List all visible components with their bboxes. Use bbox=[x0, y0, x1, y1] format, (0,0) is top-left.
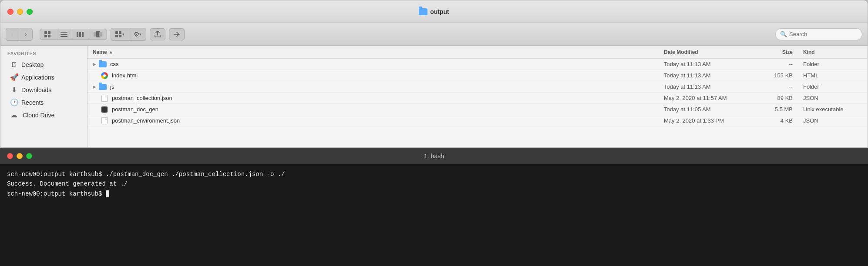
table-row[interactable]: postman_doc_gen Today at 11:05 AM 5.5 MB… bbox=[87, 104, 868, 115]
sidebar-item-downloads[interactable]: ⬇ Downloads bbox=[3, 83, 84, 96]
column-header-kind[interactable]: Kind bbox=[798, 49, 868, 55]
svg-rect-13 bbox=[115, 31, 118, 34]
file-date: Today at 11:13 AM bbox=[659, 61, 754, 67]
desktop-icon: 🖥 bbox=[10, 61, 18, 69]
svg-rect-4 bbox=[61, 32, 67, 33]
arrange-action-buttons: ▾ ⚙ ▾ bbox=[111, 28, 146, 41]
view-cover-button[interactable] bbox=[89, 29, 107, 40]
svg-rect-14 bbox=[119, 31, 121, 34]
file-name: postman_collection.json bbox=[112, 95, 172, 101]
back-button[interactable]: ‹ bbox=[6, 28, 19, 40]
file-size: -- bbox=[754, 83, 798, 90]
sidebar: Favorites 🖥 Desktop 🚀 Applications ⬇ Dow… bbox=[0, 46, 87, 147]
search-icon: 🔍 bbox=[780, 31, 787, 37]
file-icon bbox=[101, 95, 108, 101]
file-kind: Unix executable bbox=[798, 106, 868, 113]
downloads-icon: ⬇ bbox=[10, 86, 18, 94]
file-list: Name ▲ Date Modified Size Kind ▶ css Tod… bbox=[87, 46, 868, 147]
file-name-cell: ▶ css bbox=[87, 61, 659, 67]
file-date: Today at 11:05 AM bbox=[659, 106, 754, 113]
file-name-cell: postman_environment.json bbox=[87, 117, 659, 124]
column-header-date[interactable]: Date Modified bbox=[659, 49, 754, 55]
window-title: output bbox=[430, 8, 449, 15]
sidebar-item-label-applications: Applications bbox=[21, 74, 54, 81]
sidebar-section-label: Favorites bbox=[0, 51, 87, 59]
share-button[interactable] bbox=[150, 28, 165, 40]
arrange-button[interactable]: ▾ bbox=[111, 28, 129, 40]
terminal-title: 1. bash bbox=[424, 153, 444, 160]
file-kind: JSON bbox=[798, 117, 868, 124]
view-list-button[interactable] bbox=[56, 29, 72, 40]
forward-button[interactable]: › bbox=[19, 28, 32, 40]
file-rows-container: ▶ css Today at 11:13 AM -- Folder index.… bbox=[87, 59, 868, 126]
view-icon-button[interactable] bbox=[40, 29, 56, 40]
file-size: 5.5 MB bbox=[754, 106, 798, 113]
svg-rect-0 bbox=[44, 31, 47, 34]
file-size: 89 KB bbox=[754, 95, 798, 101]
icloud-icon: ☁ bbox=[10, 111, 18, 119]
terminal-maximize-button[interactable] bbox=[26, 153, 32, 159]
svg-rect-1 bbox=[48, 31, 50, 34]
folder-icon bbox=[99, 84, 107, 90]
svg-rect-5 bbox=[61, 34, 67, 35]
file-icon bbox=[101, 106, 108, 113]
expand-arrow: ▶ bbox=[93, 84, 96, 89]
file-date: Today at 11:13 AM bbox=[659, 83, 754, 90]
sidebar-item-label-downloads: Downloads bbox=[21, 86, 51, 93]
terminal-cursor bbox=[106, 190, 109, 197]
tag-button[interactable] bbox=[169, 28, 185, 40]
view-buttons bbox=[40, 29, 107, 40]
file-name: css bbox=[110, 61, 119, 67]
column-header-name[interactable]: Name ▲ bbox=[87, 49, 659, 55]
sidebar-item-icloud[interactable]: ☁ iCloud Drive bbox=[3, 109, 84, 121]
chrome-icon bbox=[101, 72, 108, 79]
search-box[interactable]: 🔍 bbox=[775, 28, 862, 40]
action-button[interactable]: ⚙ ▾ bbox=[129, 28, 146, 40]
file-date: Today at 11:13 AM bbox=[659, 72, 754, 79]
file-name-cell: postman_collection.json bbox=[87, 95, 659, 101]
file-name: js bbox=[110, 83, 114, 90]
window-folder-icon bbox=[419, 8, 427, 15]
window-title-area: output bbox=[419, 8, 449, 15]
svg-rect-12 bbox=[99, 32, 102, 37]
sidebar-item-applications[interactable]: 🚀 Applications bbox=[3, 71, 84, 83]
file-kind: HTML bbox=[798, 72, 868, 79]
expand-arrow: ▶ bbox=[93, 62, 96, 66]
close-button[interactable] bbox=[7, 9, 13, 15]
maximize-button[interactable] bbox=[27, 9, 33, 15]
toolbar: ‹ › bbox=[0, 23, 868, 46]
terminal-line: Success. Document generated at ./ bbox=[7, 179, 861, 189]
file-icon bbox=[99, 84, 107, 90]
file-name: postman_environment.json bbox=[112, 117, 180, 124]
file-kind: Folder bbox=[798, 61, 868, 67]
sort-arrow: ▲ bbox=[109, 50, 113, 54]
applications-icon: 🚀 bbox=[10, 73, 18, 81]
terminal-content[interactable]: sch-new00:output karthsub$ ./postman_doc… bbox=[0, 164, 868, 266]
file-size: 155 KB bbox=[754, 72, 798, 79]
file-name: index.html bbox=[112, 72, 138, 79]
svg-rect-2 bbox=[44, 35, 47, 37]
finder-window: output ‹ › bbox=[0, 0, 868, 148]
search-input[interactable] bbox=[789, 31, 858, 37]
table-row[interactable]: postman_environment.json May 2, 2020 at … bbox=[87, 115, 868, 126]
svg-rect-3 bbox=[48, 35, 50, 37]
file-icon bbox=[101, 118, 108, 124]
recents-icon: 🕐 bbox=[10, 98, 18, 106]
svg-rect-16 bbox=[119, 35, 121, 37]
table-row[interactable]: index.html Today at 11:13 AM 155 KB HTML bbox=[87, 70, 868, 81]
column-header-size[interactable]: Size bbox=[754, 49, 798, 55]
table-row[interactable]: ▶ css Today at 11:13 AM -- Folder bbox=[87, 59, 868, 70]
terminal-close-button[interactable] bbox=[7, 153, 13, 159]
nav-buttons: ‹ › bbox=[6, 28, 33, 41]
terminal-minimize-button[interactable] bbox=[17, 153, 23, 159]
sidebar-item-recents[interactable]: 🕐 Recents bbox=[3, 96, 84, 109]
table-row[interactable]: postman_collection.json May 2, 2020 at 1… bbox=[87, 93, 868, 104]
svg-rect-7 bbox=[77, 32, 78, 37]
minimize-button[interactable] bbox=[17, 9, 23, 15]
content-area: Favorites 🖥 Desktop 🚀 Applications ⬇ Dow… bbox=[0, 46, 868, 147]
sidebar-item-desktop[interactable]: 🖥 Desktop bbox=[3, 59, 84, 71]
view-columns-button[interactable] bbox=[72, 29, 89, 40]
file-name: postman_doc_gen bbox=[112, 106, 158, 113]
table-row[interactable]: ▶ js Today at 11:13 AM -- Folder bbox=[87, 81, 868, 93]
file-kind: JSON bbox=[798, 95, 868, 101]
